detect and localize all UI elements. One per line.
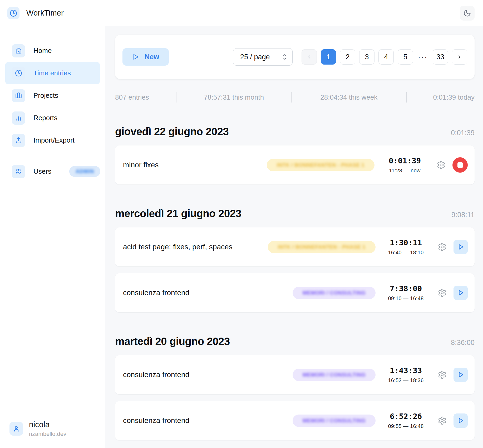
stat-today: 0:01:39 today	[406, 92, 475, 103]
day-title: mercoledì 21 giugno 2023	[115, 208, 241, 220]
day-section: martedì 20 giugno 2023 8:36:00 consulenz…	[115, 335, 475, 440]
project-tag: INTK / BONNEFANTEN - PHASE 1	[268, 241, 376, 253]
current-user-domain: nzambello.dev	[29, 431, 66, 437]
page-buttons: 1 2 3 4 5 ··· 33	[302, 49, 467, 65]
day-section: mercoledì 21 giugno 2023 9:08:11 acid te…	[115, 208, 475, 312]
project-tag: MEMORI / CONSULTING	[293, 369, 376, 381]
upload-icon	[12, 134, 25, 147]
page-button-1[interactable]: 1	[321, 49, 336, 65]
day-total: 9:08:11	[451, 211, 475, 219]
sidebar-item-label: Import/Export	[33, 136, 75, 144]
page-button-4[interactable]: 4	[378, 49, 394, 65]
play-button[interactable]	[454, 240, 468, 254]
time-entry-card: consulenza frontend MEMORI / CONSULTING …	[115, 355, 475, 394]
entry-duration: 7:38:00	[383, 284, 428, 293]
day-title: martedì 20 giugno 2023	[115, 335, 230, 347]
bar-chart-icon	[12, 111, 25, 125]
sidebar-item-import-export[interactable]: Import/Export	[5, 129, 100, 152]
gear-icon	[438, 242, 447, 251]
page-size-select[interactable]: 25 / page	[233, 48, 293, 66]
entry-list: acid test page: fixes, perf, spaces INTK…	[115, 227, 475, 312]
new-entry-label: New	[145, 53, 159, 61]
entry-range: 09:55 — 16:48	[383, 423, 428, 429]
stat-this-week: 28:04:34 this week	[291, 92, 406, 103]
entry-duration: 1:43:33	[383, 366, 428, 375]
pagination: 25 / page 1 2 3 4 5 ··· 33	[233, 48, 467, 66]
entry-range: 11:28 — now	[382, 168, 427, 174]
gear-icon	[438, 416, 447, 425]
day-total: 0:01:39	[451, 129, 475, 137]
toolbar-card: New 25 / page 1 2 3 4 5	[115, 35, 475, 79]
clock-icon	[12, 67, 25, 80]
sidebar: Home Time entries Projects Reports	[0, 26, 105, 448]
entry-settings-button[interactable]	[438, 370, 447, 379]
sidebar-item-label: Projects	[33, 91, 58, 100]
project-tag-text: MEMORI / CONSULTING	[303, 290, 366, 296]
days: giovedì 22 giugno 2023 0:01:39 minor fix…	[115, 126, 475, 440]
project-tag-text: MEMORI / CONSULTING	[303, 418, 366, 423]
sidebar-item-label: Users	[33, 167, 51, 176]
chevron-up-down-icon	[282, 53, 287, 60]
entry-title: consulenza frontend	[123, 416, 189, 425]
stop-button[interactable]	[452, 157, 468, 173]
stat-this-month: 78:57:31 this month	[176, 92, 291, 103]
prev-page-button[interactable]	[302, 49, 317, 65]
entry-range: 16:52 — 18:36	[383, 377, 428, 383]
person-icon	[9, 422, 23, 436]
new-entry-button[interactable]: New	[122, 48, 169, 66]
time-entry-card: minor fixes INTK / BONNEFANTEN - PHASE 1…	[115, 145, 475, 184]
entry-settings-button[interactable]	[438, 416, 447, 425]
stop-icon	[457, 162, 463, 168]
entry-times: 6:52:26 09:55 — 16:48	[383, 412, 428, 429]
project-tag-text: INTK / BONNEFANTEN - PHASE 1	[278, 244, 366, 250]
play-icon	[457, 417, 464, 424]
page-button-5[interactable]: 5	[398, 49, 413, 65]
users-icon	[12, 165, 25, 178]
stats-bar: 807 entries 78:57:31 this month 28:04:34…	[115, 92, 475, 103]
play-button[interactable]	[454, 368, 468, 382]
home-icon	[12, 44, 25, 57]
project-tag-text: INTK / BONNEFANTEN - PHASE 1	[277, 162, 364, 168]
sidebar-nav: Home Time entries Projects Reports	[0, 40, 105, 152]
day-section: giovedì 22 giugno 2023 0:01:39 minor fix…	[115, 126, 475, 184]
sidebar-item-time-entries[interactable]: Time entries	[5, 62, 100, 84]
next-page-button[interactable]	[452, 49, 467, 65]
page-button-3[interactable]: 3	[359, 49, 374, 65]
entry-list: consulenza frontend MEMORI / CONSULTING …	[115, 355, 475, 440]
play-icon	[457, 289, 464, 296]
sidebar-item-projects[interactable]: Projects	[5, 84, 100, 107]
play-button[interactable]	[454, 286, 468, 300]
entry-settings-button[interactable]	[438, 242, 447, 251]
entry-list: minor fixes INTK / BONNEFANTEN - PHASE 1…	[115, 145, 475, 184]
entry-times: 1:43:33 16:52 — 18:36	[383, 366, 428, 383]
entry-duration: 0:01:39	[382, 156, 427, 165]
sidebar-item-home[interactable]: Home	[5, 40, 100, 62]
day-header: mercoledì 21 giugno 2023 9:08:11	[115, 208, 475, 220]
project-tag: MEMORI / CONSULTING	[293, 415, 376, 427]
play-button[interactable]	[454, 413, 468, 428]
sidebar-item-reports[interactable]: Reports	[5, 107, 100, 129]
entry-settings-button[interactable]	[438, 288, 447, 297]
entry-title: consulenza frontend	[123, 371, 189, 379]
play-icon	[457, 244, 464, 250]
clock-icon	[10, 9, 17, 17]
sidebar-item-label: Home	[33, 47, 52, 55]
theme-toggle-button[interactable]	[460, 6, 475, 21]
page-size-value: 25 / page	[240, 53, 270, 61]
project-tag: INTK / BONNEFANTEN - PHASE 1	[267, 159, 374, 171]
entry-range: 16:40 — 18:10	[383, 250, 428, 256]
gear-icon	[438, 288, 447, 297]
entry-settings-button[interactable]	[437, 160, 446, 169]
play-icon	[457, 371, 464, 378]
entry-times: 0:01:39 11:28 — now	[382, 156, 427, 174]
page-button-2[interactable]: 2	[340, 49, 355, 65]
day-total: 8:36:00	[451, 339, 475, 347]
time-entry-card: acid test page: fixes, perf, spaces INTK…	[115, 227, 475, 266]
sidebar-item-users[interactable]: Users ADMIN	[5, 160, 100, 183]
page-button-last[interactable]: 33	[433, 49, 448, 65]
briefcase-icon	[12, 89, 25, 102]
entry-title: consulenza frontend	[123, 289, 189, 297]
current-user-name: nicola	[29, 420, 66, 429]
app-title: WorkTimer	[26, 9, 64, 17]
current-user[interactable]: nicola nzambello.dev	[9, 420, 66, 437]
